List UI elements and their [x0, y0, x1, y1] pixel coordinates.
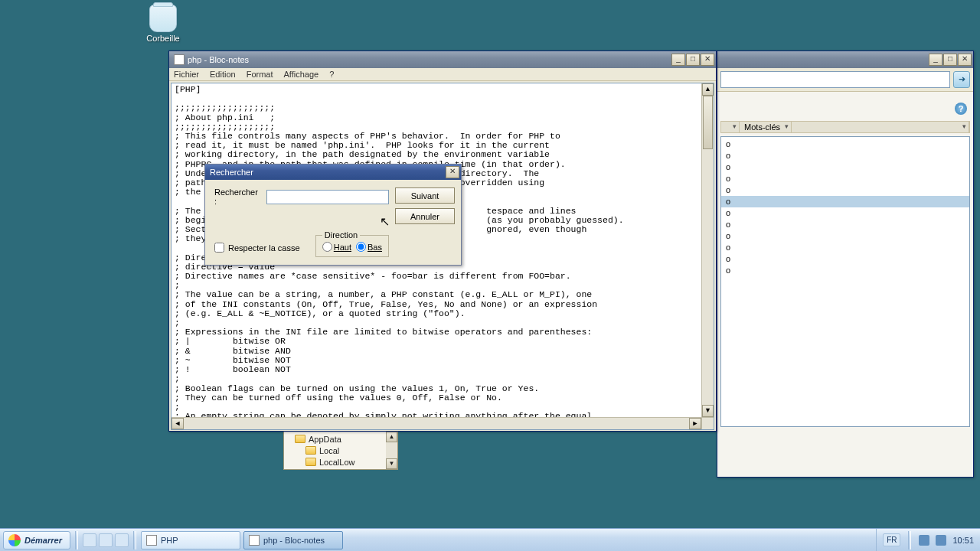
results-list[interactable]: oooooooooooo: [720, 136, 970, 427]
direction-down-option[interactable]: Bas: [356, 242, 382, 252]
notepad-title: php - Bloc-notes: [188, 55, 671, 64]
scroll-up-button[interactable]: ▲: [702, 83, 714, 96]
list-item[interactable]: o: [721, 150, 969, 161]
list-item[interactable]: o: [721, 230, 969, 242]
find-dialog: Rechercher ✕ Rechercher : Suivant Annule…: [204, 164, 462, 266]
maximize-button[interactable]: □: [686, 54, 700, 66]
quick-launch-ie-icon[interactable]: [115, 533, 129, 547]
vertical-scrollbar[interactable]: ▲ ▼: [701, 83, 714, 417]
language-indicator[interactable]: FR: [883, 533, 900, 546]
horizontal-scrollbar[interactable]: ◄ ►: [172, 417, 701, 429]
scroll-up-button[interactable]: ▲: [386, 432, 397, 442]
folder-icon: [305, 458, 316, 466]
tree-label: Local: [319, 446, 339, 455]
taskbar-task-notepad[interactable]: php - Bloc-notes: [243, 531, 343, 549]
taskbar: Démarrer PHP php - Bloc-notes FR 10:51: [0, 528, 980, 551]
folder-icon: [295, 435, 305, 443]
menu-view[interactable]: Affichage: [284, 70, 319, 79]
folder-icon: [305, 446, 316, 455]
menu-format[interactable]: Format: [247, 70, 273, 79]
menu-file[interactable]: Fichier: [174, 70, 199, 79]
system-tray: FR 10:51: [876, 529, 980, 551]
recycle-bin-icon: [149, 5, 177, 32]
close-button[interactable]: ✕: [958, 54, 972, 66]
find-next-button[interactable]: Suivant: [395, 187, 455, 204]
filter-dropdown-2[interactable]: [792, 122, 969, 132]
help-icon[interactable]: ?: [955, 103, 967, 115]
list-item[interactable]: o: [721, 265, 969, 276]
filter-bar: Mots-clés: [720, 121, 970, 133]
direction-down-radio[interactable]: [356, 242, 366, 252]
separator: [133, 531, 136, 549]
scroll-down-button[interactable]: ▼: [386, 458, 397, 469]
filter-dropdown-1[interactable]: [721, 122, 740, 132]
start-orb-icon: [8, 534, 21, 546]
menu-edit[interactable]: Edition: [210, 70, 236, 79]
recycle-bin-label: Corbeille: [146, 34, 179, 43]
task-icon: [249, 535, 260, 546]
scroll-right-button[interactable]: ►: [689, 418, 701, 429]
clock[interactable]: 10:51: [952, 536, 974, 545]
folder-tree[interactable]: AppData Local LocalLow ▲▼: [283, 431, 398, 470]
list-item[interactable]: o: [721, 207, 969, 219]
tree-label: AppData: [309, 435, 341, 444]
find-input[interactable]: [266, 190, 389, 204]
direction-up-radio[interactable]: [322, 242, 332, 252]
quick-launch-explorer-icon[interactable]: [99, 533, 113, 547]
find-title: Rechercher: [210, 168, 446, 177]
find-titlebar[interactable]: Rechercher ✕: [205, 165, 461, 180]
direction-up-option[interactable]: Haut: [322, 242, 351, 252]
scroll-left-button[interactable]: ◄: [172, 418, 184, 429]
list-item[interactable]: o: [721, 173, 969, 184]
list-item[interactable]: o: [721, 219, 969, 230]
direction-legend: Direction: [322, 230, 360, 240]
notepad-menubar: Fichier Edition Format Affichage ?: [169, 68, 716, 81]
task-icon: [146, 535, 157, 546]
separator: [908, 531, 911, 549]
list-item[interactable]: o: [721, 139, 969, 150]
scroll-down-button[interactable]: ▼: [702, 405, 714, 417]
tray-icon[interactable]: [919, 535, 929, 546]
minimize-button[interactable]: _: [929, 54, 942, 66]
background-window: _ □ ✕ ➜ ? Mots-clés oooooooooooo: [717, 51, 974, 478]
tree-label: LocalLow: [319, 458, 354, 467]
filter-dropdown-keywords[interactable]: Mots-clés: [740, 122, 792, 132]
list-item[interactable]: o: [721, 161, 969, 173]
quick-launch: [80, 533, 132, 547]
list-item[interactable]: o: [721, 196, 969, 207]
list-item[interactable]: o: [721, 253, 969, 265]
task-label: PHP: [161, 536, 178, 545]
match-case-checkbox[interactable]: [214, 243, 224, 253]
start-button[interactable]: Démarrer: [3, 531, 70, 549]
scroll-thumb[interactable]: [703, 96, 713, 149]
notepad-icon: [174, 54, 185, 65]
list-item[interactable]: o: [721, 184, 969, 196]
menu-help[interactable]: ?: [329, 70, 334, 79]
tree-item: Local: [295, 445, 394, 456]
tree-item: AppData: [295, 433, 394, 445]
search-go-button[interactable]: ➜: [953, 71, 970, 88]
resize-grip[interactable]: [701, 417, 714, 429]
match-case-label: Respecter la casse: [228, 243, 300, 253]
desktop-icon-recycle-bin[interactable]: Corbeille: [136, 5, 190, 43]
separator: [75, 531, 78, 549]
background-window-titlebar[interactable]: _ □ ✕: [717, 51, 973, 68]
start-label: Démarrer: [24, 536, 62, 545]
cancel-button[interactable]: Annuler: [395, 208, 455, 224]
tray-icon[interactable]: [936, 535, 946, 546]
search-input[interactable]: [720, 71, 950, 88]
quick-launch-desktop-icon[interactable]: [83, 533, 96, 547]
task-label: php - Bloc-notes: [263, 536, 325, 545]
maximize-button[interactable]: □: [943, 54, 957, 66]
close-button[interactable]: ✕: [446, 166, 459, 178]
minimize-button[interactable]: _: [671, 54, 685, 66]
tree-item: LocalLow: [295, 456, 394, 468]
taskbar-task-php[interactable]: PHP: [141, 531, 240, 549]
find-label: Rechercher :: [214, 187, 262, 206]
list-item[interactable]: o: [721, 242, 969, 253]
notepad-titlebar[interactable]: php - Bloc-notes _ □ ✕: [169, 51, 716, 68]
close-button[interactable]: ✕: [701, 54, 714, 66]
direction-group: Direction Haut Bas: [315, 230, 389, 257]
